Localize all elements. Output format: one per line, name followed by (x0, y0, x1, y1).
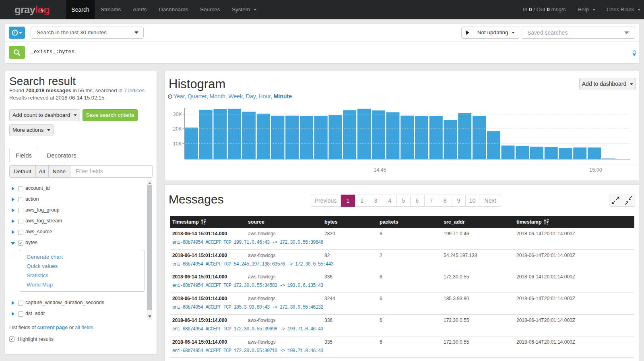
svg-text:30K: 30K (173, 112, 182, 117)
svg-text:10K: 10K (173, 141, 182, 147)
svg-text:15:00: 15:00 (589, 167, 602, 173)
svg-text:14:45: 14:45 (374, 167, 386, 173)
svg-text:20K: 20K (173, 126, 182, 132)
